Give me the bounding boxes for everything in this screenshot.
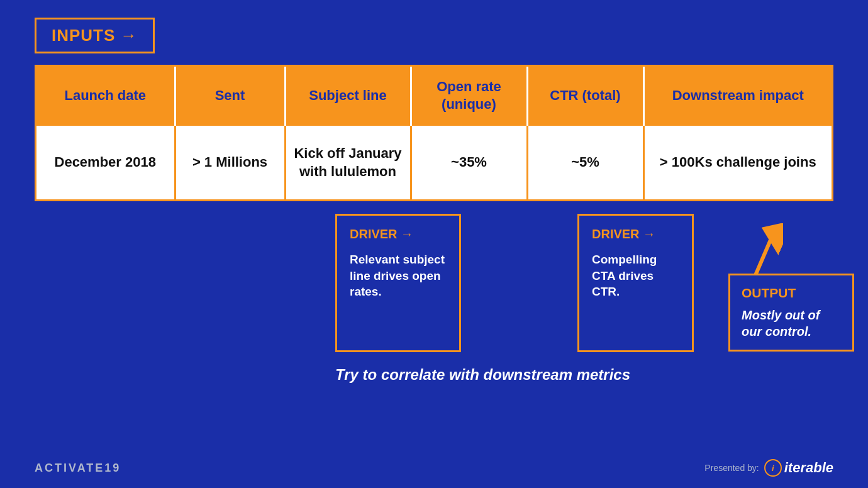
th-subject-line: Subject line xyxy=(285,67,411,125)
ctr-driver-box: DRIVER → Compelling CTA drives CTR. xyxy=(577,214,694,352)
ctr-driver-text: Compelling CTA drives CTR. xyxy=(592,252,679,300)
inputs-box: INPUTS → xyxy=(35,18,155,53)
cell-sent: > 1 Millions xyxy=(175,125,285,200)
brand-label: ACTIVATE19 xyxy=(35,462,121,475)
th-launch-date: Launch date xyxy=(36,67,175,125)
table-row: December 2018 > 1 Millions Kick off Janu… xyxy=(36,125,832,200)
cell-ctr: ~5% xyxy=(527,125,643,200)
th-open-rate: Open rate (unique) xyxy=(411,67,527,125)
output-box: OUTPUT Mostly out of our control. xyxy=(728,274,854,352)
cell-downstream: > 100Ks challenge joins xyxy=(643,125,832,200)
iterable-logo: i iterable xyxy=(764,459,833,477)
driver-spacer-1 xyxy=(35,214,335,352)
ctr-driver-label: DRIVER → xyxy=(592,227,679,241)
correlate-text: Try to correlate with downstream metrics xyxy=(335,366,630,383)
brand-year: 19 xyxy=(104,462,121,474)
subject-driver-box: DRIVER → Relevant subject line drives op… xyxy=(335,214,461,352)
table-header-row: Launch date Sent Subject line Open rate … xyxy=(36,67,832,125)
presented-by-label: Presented by: xyxy=(704,463,759,473)
cell-subject-line: Kick off January with lululemon xyxy=(285,125,411,200)
subject-driver-label: DRIVER → xyxy=(350,227,447,241)
slide: INPUTS → Launch date Sent Subject line O… xyxy=(0,0,868,488)
footer-right: Presented by: i iterable xyxy=(704,459,833,477)
data-table: Launch date Sent Subject line Open rate … xyxy=(35,65,833,201)
subject-driver-text: Relevant subject line drives open rates. xyxy=(350,252,447,300)
th-sent: Sent xyxy=(175,67,285,125)
footer: ACTIVATE19 Presented by: i iterable xyxy=(35,459,833,477)
drivers-row: DRIVER → Relevant subject line drives op… xyxy=(35,214,833,352)
th-downstream: Downstream impact xyxy=(643,67,832,125)
cell-launch-date: December 2018 xyxy=(36,125,175,200)
output-label: OUTPUT xyxy=(742,286,841,301)
iterable-text: iterable xyxy=(784,460,833,476)
iterable-icon: i xyxy=(764,459,782,477)
cell-open-rate: ~35% xyxy=(411,125,527,200)
th-ctr: CTR (total) xyxy=(527,67,643,125)
driver-spacer-2 xyxy=(461,214,577,352)
brand-text: ACTIVATE xyxy=(35,462,104,474)
inputs-label: INPUTS → xyxy=(52,26,138,45)
correlate-text-wrapper: Try to correlate with downstream metrics xyxy=(335,366,833,384)
output-text: Mostly out of our control. xyxy=(742,307,841,340)
